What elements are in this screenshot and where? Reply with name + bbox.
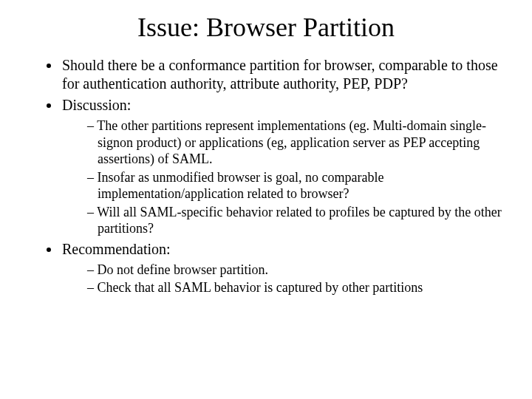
recommendation-item: Do not define browser partition. xyxy=(87,262,502,279)
discussion-sublist: The other partitions represent implement… xyxy=(62,117,502,237)
bullet-discussion-label: Discussion: xyxy=(62,97,131,113)
bullet-list: Should there be a conformance partition … xyxy=(30,56,502,296)
bullet-question: Should there be a conformance partition … xyxy=(61,56,502,93)
bullet-recommendation: Recommendation: Do not define browser pa… xyxy=(61,240,502,296)
recommendation-sublist: Do not define browser partition. Check t… xyxy=(62,262,502,296)
discussion-item: The other partitions represent implement… xyxy=(87,117,502,168)
slide: Issue: Browser Partition Should there be… xyxy=(0,0,532,399)
discussion-item: Insofar as unmodified browser is goal, n… xyxy=(87,169,502,202)
discussion-item: Will all SAML-specific behavior related … xyxy=(87,204,502,237)
bullet-discussion: Discussion: The other partitions represe… xyxy=(61,96,502,237)
recommendation-item: Check that all SAML behavior is captured… xyxy=(87,279,502,296)
bullet-recommendation-label: Recommendation: xyxy=(62,241,171,257)
slide-title: Issue: Browser Partition xyxy=(30,12,502,43)
